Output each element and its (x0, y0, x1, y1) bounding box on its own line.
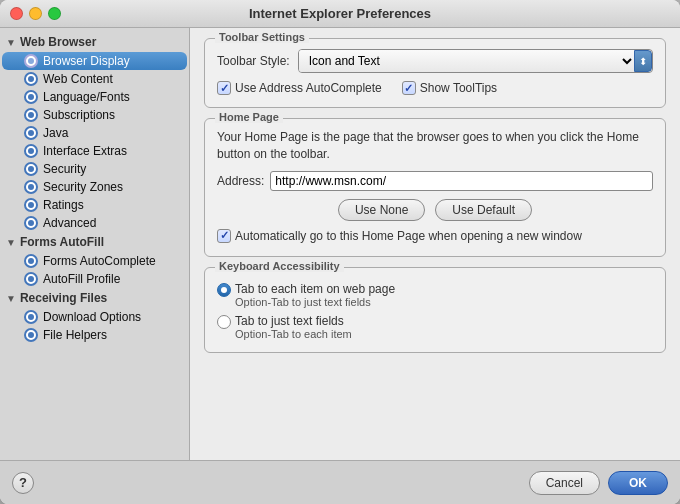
sidebar-item-security-label: Security (43, 162, 86, 176)
sidebar-item-file-helpers[interactable]: File Helpers (2, 326, 187, 344)
sidebar-item-language-fonts-label: Language/Fonts (43, 90, 130, 104)
address-label: Address: (217, 174, 264, 188)
home-page-buttons-row: Use None Use Default (217, 199, 653, 221)
sidebar-group-forms-autofill[interactable]: ▼ Forms AutoFill (0, 232, 189, 252)
cancel-button[interactable]: Cancel (529, 471, 600, 495)
radio-tab-each-item-button[interactable] (217, 283, 231, 297)
window-title: Internet Explorer Preferences (249, 6, 431, 21)
use-address-autocomplete-check[interactable] (217, 81, 231, 95)
sidebar-item-web-content[interactable]: Web Content (2, 70, 187, 88)
sidebar-item-interface-extras-label: Interface Extras (43, 144, 127, 158)
show-tooltips-checkbox[interactable]: Show ToolTips (402, 81, 497, 95)
sidebar-item-ratings[interactable]: Ratings (2, 196, 187, 214)
sidebar-item-autofill-profile[interactable]: AutoFill Profile (2, 270, 187, 288)
keyboard-accessibility-section: Keyboard Accessibility Tab to each item … (204, 267, 666, 353)
sidebar-scroll[interactable]: ▼ Web Browser Browser Display Web Conten… (0, 28, 189, 460)
auto-go-row: Automatically go to this Home Page when … (217, 229, 653, 245)
sidebar-item-subscriptions[interactable]: Subscriptions (2, 106, 187, 124)
auto-go-label: Automatically go to this Home Page when … (235, 229, 582, 245)
sidebar-item-java-label: Java (43, 126, 68, 140)
sidebar-item-browser-display-label: Browser Display (43, 54, 130, 68)
help-button[interactable]: ? (12, 472, 34, 494)
radio-tab-text-only-sub: Option-Tab to each item (235, 328, 352, 340)
minimize-button[interactable] (29, 7, 42, 20)
sidebar-group-web-browser[interactable]: ▼ Web Browser (0, 32, 189, 52)
toolbar-settings-label: Toolbar Settings (215, 31, 309, 43)
sidebar-item-browser-display[interactable]: Browser Display (2, 52, 187, 70)
sidebar-group-receiving-files[interactable]: ▼ Receiving Files (0, 288, 189, 308)
browser-display-icon (24, 54, 38, 68)
arrow-icon: ▼ (6, 37, 16, 48)
bottom-bar: ? Cancel OK (0, 460, 680, 504)
security-zones-icon (24, 180, 38, 194)
sidebar-item-web-content-label: Web Content (43, 72, 113, 86)
arrow-icon-forms: ▼ (6, 237, 16, 248)
language-fonts-icon (24, 90, 38, 104)
toolbar-checkboxes-row: Use Address AutoComplete Show ToolTips (217, 81, 653, 95)
sidebar-item-security-zones-label: Security Zones (43, 180, 123, 194)
sidebar-group-receiving-files-label: Receiving Files (20, 291, 107, 305)
sidebar-item-interface-extras[interactable]: Interface Extras (2, 142, 187, 160)
show-tooltips-check[interactable] (402, 81, 416, 95)
download-options-icon (24, 310, 38, 324)
java-icon (24, 126, 38, 140)
security-icon (24, 162, 38, 176)
radio-tab-each-item-labels: Tab to each item on web page Option-Tab … (235, 282, 395, 308)
toolbar-settings-section: Toolbar Settings Toolbar Style: Icon and… (204, 38, 666, 108)
toolbar-style-select-container[interactable]: Icon and Text Icon Only Text Only ⬍ (298, 49, 653, 73)
close-button[interactable] (10, 7, 23, 20)
address-input[interactable] (270, 171, 653, 191)
sidebar-item-java[interactable]: Java (2, 124, 187, 142)
sidebar-item-subscriptions-label: Subscriptions (43, 108, 115, 122)
toolbar-style-label: Toolbar Style: (217, 54, 290, 68)
radio-tab-text-only[interactable]: Tab to just text fields Option-Tab to ea… (217, 314, 653, 340)
radio-tab-text-only-button[interactable] (217, 315, 231, 329)
use-address-autocomplete-checkbox[interactable]: Use Address AutoComplete (217, 81, 382, 95)
main-panel: Toolbar Settings Toolbar Style: Icon and… (190, 28, 680, 460)
window: Internet Explorer Preferences ▼ Web Brow… (0, 0, 680, 504)
address-row: Address: (217, 171, 653, 191)
file-helpers-icon (24, 328, 38, 342)
toolbar-style-row: Toolbar Style: Icon and Text Icon Only T… (217, 49, 653, 73)
keyboard-accessibility-label: Keyboard Accessibility (215, 260, 344, 272)
sidebar-item-download-options-label: Download Options (43, 310, 141, 324)
maximize-button[interactable] (48, 7, 61, 20)
sidebar-item-download-options[interactable]: Download Options (2, 308, 187, 326)
radio-tab-text-only-main: Tab to just text fields (235, 314, 352, 328)
sidebar-group-forms-autofill-label: Forms AutoFill (20, 235, 104, 249)
advanced-icon (24, 216, 38, 230)
sidebar-item-ratings-label: Ratings (43, 198, 84, 212)
auto-go-checkbox[interactable] (217, 229, 231, 243)
radio-tab-each-item-main: Tab to each item on web page (235, 282, 395, 296)
sidebar-item-security[interactable]: Security (2, 160, 187, 178)
home-page-label: Home Page (215, 111, 283, 123)
sidebar-item-language-fonts[interactable]: Language/Fonts (2, 88, 187, 106)
toolbar-style-select[interactable]: Icon and Text Icon Only Text Only (299, 50, 635, 72)
sidebar-item-forms-autocomplete-label: Forms AutoComplete (43, 254, 156, 268)
autofill-profile-icon (24, 272, 38, 286)
traffic-lights (10, 7, 61, 20)
web-content-icon (24, 72, 38, 86)
bottom-buttons: Cancel OK (529, 471, 668, 495)
sidebar-item-security-zones[interactable]: Security Zones (2, 178, 187, 196)
home-page-section: Home Page Your Home Page is the page tha… (204, 118, 666, 257)
radio-tab-each-item[interactable]: Tab to each item on web page Option-Tab … (217, 282, 653, 308)
sidebar: ▼ Web Browser Browser Display Web Conten… (0, 28, 190, 460)
home-page-description: Your Home Page is the page that the brow… (217, 129, 653, 163)
use-none-button[interactable]: Use None (338, 199, 425, 221)
sidebar-item-forms-autocomplete[interactable]: Forms AutoComplete (2, 252, 187, 270)
keyboard-accessibility-radios: Tab to each item on web page Option-Tab … (217, 282, 653, 340)
sidebar-group-web-browser-label: Web Browser (20, 35, 96, 49)
use-default-button[interactable]: Use Default (435, 199, 532, 221)
ok-button[interactable]: OK (608, 471, 668, 495)
subscriptions-icon (24, 108, 38, 122)
select-arrow-icon[interactable]: ⬍ (634, 50, 652, 72)
arrow-icon-receiving: ▼ (6, 293, 16, 304)
sidebar-item-advanced[interactable]: Advanced (2, 214, 187, 232)
use-address-autocomplete-label: Use Address AutoComplete (235, 81, 382, 95)
sidebar-item-file-helpers-label: File Helpers (43, 328, 107, 342)
title-bar: Internet Explorer Preferences (0, 0, 680, 28)
ratings-icon (24, 198, 38, 212)
radio-tab-text-only-labels: Tab to just text fields Option-Tab to ea… (235, 314, 352, 340)
radio-tab-each-item-sub: Option-Tab to just text fields (235, 296, 395, 308)
